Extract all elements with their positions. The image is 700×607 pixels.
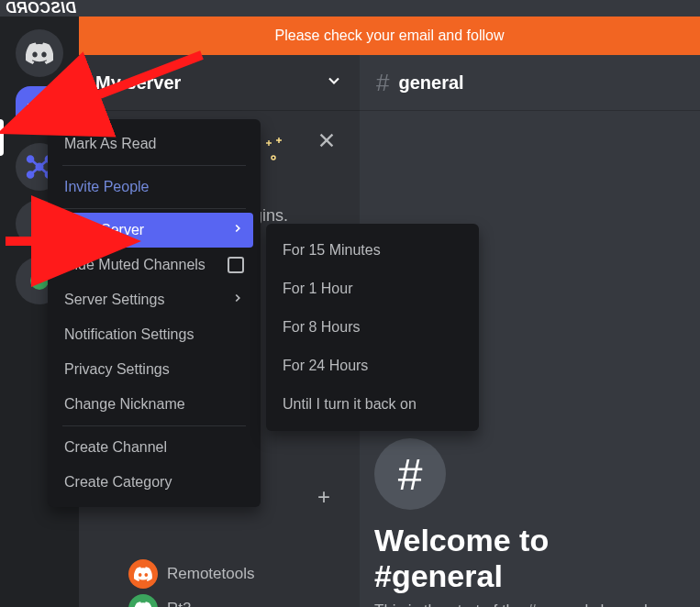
selected-server-indicator (0, 119, 4, 156)
menu-separator (62, 425, 246, 426)
menu-label: Notification Settings (64, 326, 194, 343)
home-button[interactable] (16, 29, 63, 77)
chevron-down-icon (325, 72, 343, 94)
menu-item-server-settings[interactable]: Server Settings (55, 282, 253, 317)
submenu-item-24-hours[interactable]: For 24 Hours (273, 347, 472, 385)
close-icon (317, 130, 337, 150)
close-panel-button[interactable] (317, 130, 337, 156)
member-row[interactable]: Rt2 (128, 594, 191, 607)
submenu-item-1-hour[interactable]: For 1 Hour (273, 270, 472, 308)
discord-wordmark: DISCORD (6, 0, 76, 17)
svg-line-16 (83, 55, 202, 101)
menu-label: Mark As Read (64, 136, 156, 152)
channel-header: # general (360, 55, 700, 110)
discord-logo-icon (26, 42, 53, 64)
annotation-arrow-1 (64, 46, 211, 123)
welcome-subtext: This is the start of the #general channe… (374, 601, 685, 607)
banner-text: Please check your email and follow (275, 28, 505, 44)
avatar (128, 559, 158, 589)
menu-item-privacy-settings[interactable]: Privacy Settings (55, 352, 253, 387)
menu-item-mute-server[interactable]: Mute Server (55, 213, 253, 248)
avatar (128, 594, 158, 607)
menu-label: Server Settings (64, 292, 164, 308)
server-context-menu: Mark As Read Invite People Mute Server H… (48, 119, 261, 507)
chevron-right-icon (231, 222, 244, 238)
menu-separator (62, 208, 246, 209)
discord-clyde-icon (134, 601, 152, 607)
member-row[interactable]: Remotetools (128, 559, 254, 589)
welcome-heading: Welcome to #general (374, 523, 685, 594)
menu-item-invite-people[interactable]: Invite People (55, 170, 253, 204)
welcome-hash-icon: # (374, 438, 446, 510)
speaker-icon (55, 85, 64, 94)
channel-name: general (398, 72, 463, 94)
sparkle-decoration (266, 138, 284, 168)
member-name: Remotetools (167, 565, 254, 583)
menu-separator (62, 165, 246, 166)
chevron-right-icon (231, 292, 244, 308)
menu-label: Create Category (64, 474, 172, 491)
create-channel-inline-button[interactable]: + (317, 484, 330, 510)
menu-item-hide-muted-channels[interactable]: Hide Muted Channels (55, 248, 253, 282)
menu-label: Create Channel (64, 439, 167, 456)
member-name: Rt2 (167, 600, 191, 607)
menu-item-create-category[interactable]: Create Category (55, 465, 253, 500)
menu-item-mark-as-read[interactable]: Mark As Read (55, 127, 253, 161)
checkbox-unchecked[interactable] (228, 257, 244, 273)
mute-server-submenu: For 15 Minutes For 1 Hour For 8 Hours Fo… (266, 224, 479, 431)
menu-label: Invite People (64, 179, 150, 195)
submenu-item-8-hours[interactable]: For 8 Hours (273, 308, 472, 347)
menu-label: Change Nickname (64, 396, 185, 413)
svg-point-13 (272, 156, 275, 160)
menu-label: Mute Server (64, 222, 144, 238)
menu-item-notification-settings[interactable]: Notification Settings (55, 317, 253, 352)
server-initials: Ms (27, 100, 52, 121)
menu-label: Hide Muted Channels (64, 257, 206, 273)
menu-item-create-channel[interactable]: Create Channel (55, 430, 253, 465)
submenu-item-until-off[interactable]: Until I turn it back on (273, 385, 472, 424)
hash-icon: # (376, 69, 389, 97)
submenu-item-15-minutes[interactable]: For 15 Minutes (273, 231, 472, 270)
discord-clyde-icon (134, 567, 152, 581)
menu-label: Privacy Settings (64, 361, 170, 378)
menu-item-change-nickname[interactable]: Change Nickname (55, 387, 253, 422)
annotation-arrow-2 (4, 227, 68, 259)
